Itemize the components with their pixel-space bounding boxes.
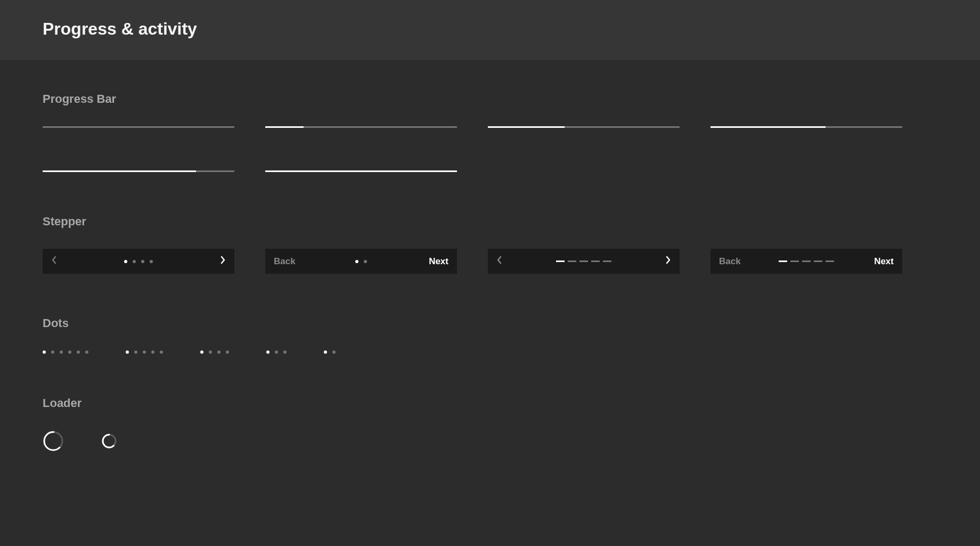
- page-header: Progress & activity: [0, 0, 980, 60]
- stepper-dots-icons: [43, 249, 234, 274]
- progress-bar-row-2: [43, 170, 937, 172]
- chevron-right-icon: [665, 255, 671, 267]
- dot: [151, 351, 154, 354]
- chevron-left-icon: [496, 255, 503, 267]
- stepper-back-button[interactable]: [51, 255, 78, 267]
- progress-bar-4: [43, 170, 234, 172]
- progress-fill: [265, 170, 457, 172]
- dot: [160, 351, 163, 354]
- dot: [51, 351, 54, 354]
- progress-track: [265, 170, 457, 172]
- dot: [134, 351, 137, 354]
- stepper-next-button[interactable]: Next: [422, 256, 448, 267]
- stepper-bar-segment: [802, 260, 811, 262]
- dot: [68, 351, 71, 354]
- spinner-icon: [43, 430, 64, 452]
- loader-title: Loader: [43, 396, 937, 410]
- stepper-title: Stepper: [43, 215, 937, 229]
- next-label: Next: [429, 256, 448, 267]
- dots-5: [126, 351, 163, 354]
- dot: [275, 351, 278, 354]
- stepper-back-button[interactable]: Back: [719, 256, 746, 267]
- progress-fill: [265, 126, 304, 128]
- progress-track: [43, 170, 234, 172]
- stepper-dots: [78, 260, 199, 263]
- stepper-dot: [355, 260, 358, 263]
- dots-row: [43, 351, 937, 354]
- progress-bar-row-1: [43, 126, 937, 128]
- dot: [283, 351, 287, 354]
- progress-bar-3: [710, 126, 902, 128]
- dots-title: Dots: [43, 316, 937, 330]
- dots-6: [43, 351, 88, 354]
- stepper-dot: [364, 260, 367, 263]
- dot: [143, 351, 146, 354]
- stepper-bar-segment: [826, 260, 834, 262]
- progress-track: [710, 126, 902, 128]
- dot: [209, 351, 212, 354]
- progress-fill: [710, 126, 826, 128]
- next-label: Next: [874, 256, 894, 267]
- loader-spinner-small: [101, 433, 117, 449]
- stepper-bar-segment: [579, 260, 588, 262]
- dot: [43, 351, 46, 354]
- stepper-dots: [300, 260, 422, 263]
- stepper-bar-segment: [790, 260, 799, 262]
- dot: [217, 351, 220, 354]
- dots-2: [324, 351, 336, 354]
- stepper-next-button[interactable]: [199, 255, 226, 267]
- dots-section: Dots: [43, 316, 937, 354]
- stepper-bar-segment: [568, 260, 576, 262]
- dots-3: [266, 351, 287, 354]
- chevron-right-icon: [219, 255, 226, 267]
- stepper-next-button[interactable]: [644, 255, 671, 267]
- progress-bar-0: [43, 126, 234, 128]
- progress-bar-2: [488, 126, 680, 128]
- progress-bar-title: Progress Bar: [43, 92, 937, 106]
- dots-4: [200, 351, 229, 354]
- stepper-dot: [133, 260, 136, 263]
- stepper-row: Back Next: [43, 249, 937, 274]
- dot: [85, 351, 88, 354]
- dot: [332, 351, 336, 354]
- progress-track: [43, 126, 234, 128]
- stepper-bar-segment: [556, 260, 565, 262]
- loader-spinner-large: [43, 430, 64, 452]
- content: Progress Bar: [0, 60, 980, 526]
- progress-track: [488, 126, 680, 128]
- progress-fill: [43, 170, 196, 172]
- spinner-icon: [101, 433, 117, 449]
- back-label: Back: [719, 256, 741, 267]
- stepper-bar-segment: [814, 260, 822, 262]
- stepper-bars: [523, 260, 644, 262]
- stepper-section: Stepper: [43, 215, 937, 274]
- loader-section: Loader: [43, 396, 937, 452]
- loader-row: [43, 430, 937, 452]
- stepper-bars: [746, 260, 867, 262]
- stepper-bar-segment: [591, 260, 600, 262]
- dot: [60, 351, 63, 354]
- stepper-dots-text: Back Next: [265, 249, 457, 274]
- progress-fill: [488, 126, 565, 128]
- dot: [77, 351, 80, 354]
- stepper-dot: [124, 260, 127, 263]
- dot: [226, 351, 229, 354]
- dot: [324, 351, 327, 354]
- stepper-bar-segment: [779, 260, 787, 262]
- page-title: Progress & activity: [43, 19, 937, 39]
- stepper-bars-icons: [488, 249, 680, 274]
- chevron-left-icon: [51, 255, 58, 267]
- stepper-dot: [141, 260, 144, 263]
- progress-bar-5: [265, 170, 457, 172]
- stepper-dot: [150, 260, 153, 263]
- svg-point-1: [43, 430, 64, 452]
- stepper-bar-segment: [603, 260, 611, 262]
- back-label: Back: [274, 256, 296, 267]
- stepper-back-button[interactable]: [496, 255, 523, 267]
- dot: [200, 351, 203, 354]
- stepper-back-button[interactable]: Back: [274, 256, 300, 267]
- dot: [126, 351, 129, 354]
- progress-track: [265, 126, 457, 128]
- stepper-next-button[interactable]: Next: [867, 256, 894, 267]
- progress-bar-section: Progress Bar: [43, 92, 937, 172]
